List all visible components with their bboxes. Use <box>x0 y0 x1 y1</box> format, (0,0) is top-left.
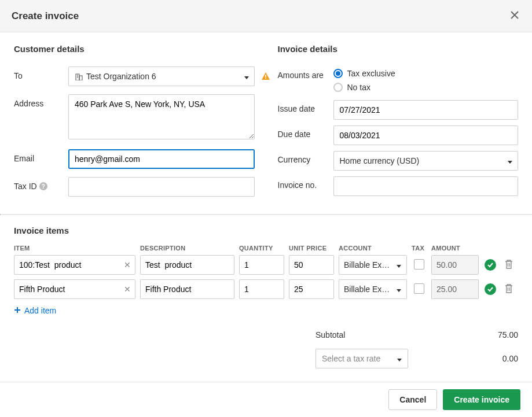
customer-details-column: Customer details To Test Organization 6 <box>14 44 255 205</box>
tax-rate-select[interactable]: Select a tax rate <box>315 349 408 368</box>
description-input[interactable] <box>140 255 234 275</box>
to-value: Test Organization 6 <box>86 72 156 81</box>
chevron-down-icon <box>397 354 402 363</box>
address-textarea[interactable]: 460 Park Ave S, New York, NY, USA <box>68 94 255 139</box>
col-header-tax: TAX <box>412 245 427 255</box>
status-ok-icon <box>485 259 496 271</box>
due-date-label: Due date <box>278 126 333 139</box>
subtotal-label: Subtotal <box>315 330 345 339</box>
amounts-radio-tax-exclusive[interactable]: Tax exclusive <box>333 67 519 80</box>
col-header-amount: AMOUNT <box>431 245 479 255</box>
col-header-unit-price: UNIT PRICE <box>289 245 334 255</box>
amounts-radio-no-tax[interactable]: No tax <box>333 80 519 94</box>
radio-label: Tax exclusive <box>347 69 395 78</box>
item-input[interactable] <box>14 255 135 275</box>
plus-icon <box>14 306 21 315</box>
organization-icon <box>75 73 83 80</box>
clear-icon[interactable]: ✕ <box>124 285 131 294</box>
subtotal-value: 75.00 <box>498 330 518 339</box>
tax-checkbox[interactable] <box>414 283 424 294</box>
radio-icon <box>333 69 343 78</box>
form-body: Customer details To Test Organization 6 <box>0 32 532 214</box>
add-item-button[interactable]: Add item <box>14 306 56 315</box>
modal-header: Create invoice <box>0 0 532 32</box>
col-header-item: ITEM <box>14 245 135 255</box>
issue-date-label: Issue date <box>278 100 333 113</box>
svg-rect-1 <box>79 76 82 80</box>
address-label: Address <box>14 94 68 108</box>
add-item-label: Add item <box>24 306 56 315</box>
col-header-account: ACCOUNT <box>339 245 407 255</box>
quantity-input[interactable] <box>239 255 284 275</box>
taxid-input[interactable] <box>68 177 255 197</box>
tax-checkbox[interactable] <box>414 259 424 270</box>
invoice-details-column: Invoice details Amounts are Tax exclusiv… <box>278 44 519 205</box>
close-icon[interactable] <box>509 8 520 24</box>
col-header-quantity: QUANTITY <box>239 245 284 255</box>
svg-rect-6 <box>265 78 266 79</box>
currency-label: Currency <box>278 151 333 164</box>
status-ok-icon <box>485 283 496 295</box>
email-label: Email <box>14 149 68 163</box>
issue-date-input[interactable] <box>333 100 519 120</box>
to-label: To <box>14 67 68 80</box>
unit-price-input[interactable] <box>289 279 334 299</box>
due-date-input[interactable] <box>333 126 519 145</box>
unit-price-input[interactable] <box>289 255 334 275</box>
amount-output <box>431 279 479 299</box>
create-invoice-button[interactable]: Create invoice <box>443 389 520 410</box>
invoice-no-label: Invoice no. <box>278 176 333 190</box>
taxid-label: Tax ID ? <box>14 177 68 191</box>
tax-value: 0.00 <box>502 354 518 363</box>
warning-icon <box>261 71 271 83</box>
account-select[interactable]: Billable Ex… <box>339 279 407 299</box>
invoice-no-input[interactable] <box>333 176 519 196</box>
amount-output <box>431 255 479 275</box>
invoice-items-heading: Invoice items <box>14 226 518 235</box>
description-input[interactable] <box>140 279 234 299</box>
radio-icon <box>333 83 343 92</box>
currency-select[interactable]: Home currency (USD) <box>333 151 519 171</box>
col-header-description: DESCRIPTION <box>140 245 234 255</box>
clear-icon[interactable]: ✕ <box>124 260 131 270</box>
account-select[interactable]: Billable Ex… <box>339 255 407 275</box>
invoice-items-section: Invoice items ITEM DESCRIPTION QUANTITY … <box>0 215 532 321</box>
svg-rect-5 <box>265 75 266 78</box>
help-icon[interactable]: ? <box>39 182 47 190</box>
item-input[interactable] <box>14 279 135 299</box>
tax-rate-placeholder: Select a tax rate <box>322 354 380 363</box>
amounts-are-label: Amounts are <box>278 67 333 80</box>
footer-bar: Cancel Create invoice <box>0 382 532 417</box>
radio-label: No tax <box>347 83 370 92</box>
modal-title: Create invoice <box>12 10 79 22</box>
currency-value: Home currency (USD) <box>340 156 420 165</box>
email-input[interactable] <box>68 149 255 169</box>
customer-details-heading: Customer details <box>14 44 255 54</box>
invoice-details-heading: Invoice details <box>278 44 519 54</box>
items-grid: ITEM DESCRIPTION QUANTITY UNIT PRICE ACC… <box>14 245 518 304</box>
delete-row-button[interactable] <box>504 259 513 270</box>
cancel-button[interactable]: Cancel <box>388 389 437 410</box>
delete-row-button[interactable] <box>504 283 513 294</box>
quantity-input[interactable] <box>239 279 284 299</box>
to-select[interactable]: Test Organization 6 <box>68 67 255 86</box>
